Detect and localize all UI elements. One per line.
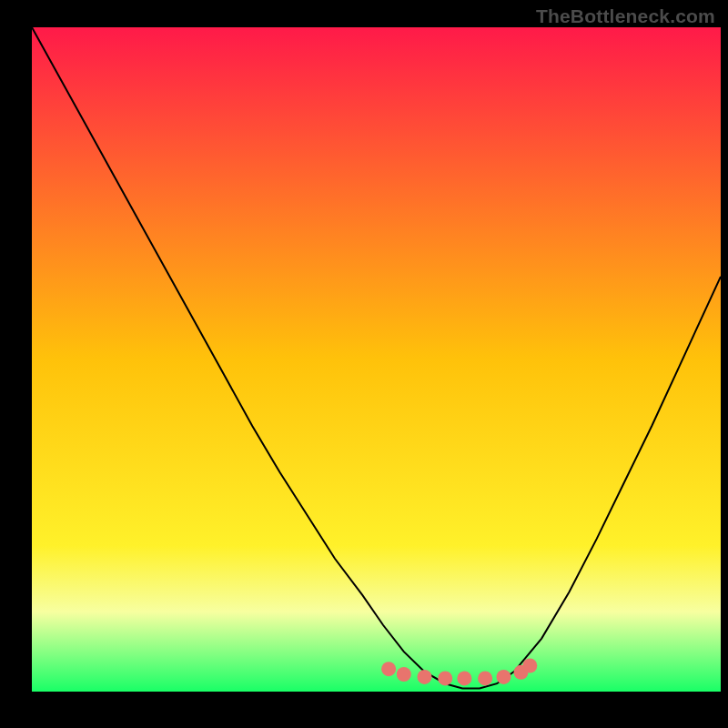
chart-background-gradient [32, 27, 721, 692]
optimum-marker-dot [522, 659, 537, 673]
bottleneck-chart: TheBottleneck.com [0, 0, 728, 728]
optimum-marker-dot [438, 671, 452, 685]
optimum-marker-dot [381, 662, 396, 676]
optimum-marker-dot [457, 671, 471, 685]
optimum-marker-dot [497, 670, 511, 684]
optimum-marker-dot [478, 671, 492, 685]
optimum-marker-dot [418, 670, 432, 684]
watermark-label: TheBottleneck.com [536, 5, 715, 27]
chart-plot-area [0, 0, 728, 728]
optimum-marker-dot [397, 667, 411, 682]
